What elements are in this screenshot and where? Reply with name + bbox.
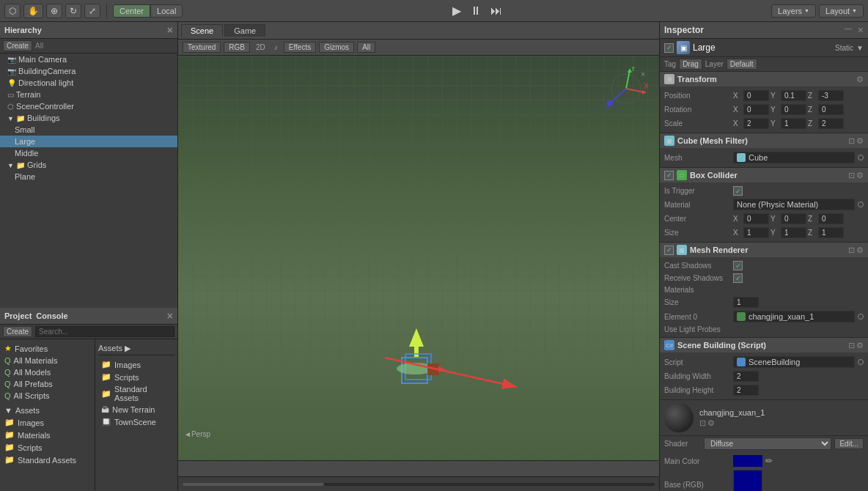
hierarchy-item-large[interactable]: Large (0, 136, 177, 147)
rot-y-field[interactable] (781, 104, 806, 115)
skip-button[interactable]: ⏭ (488, 3, 505, 19)
assets-scripts-item[interactable]: 📁 Scripts (0, 441, 95, 454)
base-texture-swatch[interactable] (733, 470, 762, 491)
pause-button[interactable]: ⏸ (467, 3, 485, 19)
assets-images-item[interactable]: 📁 Images (0, 416, 95, 429)
hand-tool-btn[interactable]: ✋ (23, 4, 43, 18)
pos-y-field[interactable] (781, 90, 806, 101)
project-close-btn[interactable]: × (167, 310, 173, 322)
local-toggle[interactable]: Local (150, 4, 183, 18)
hierarchy-item-buildings[interactable]: ▼📁 Buildings (0, 112, 177, 124)
mesh-renderer-enabled[interactable] (664, 246, 674, 255)
audio-btn[interactable]: ♪ (271, 43, 281, 52)
mesh-filter-settings-icon[interactable]: ⚙ (856, 136, 864, 146)
project-file-standard[interactable]: 📁 Standard Assets (98, 383, 174, 404)
element0-dot[interactable] (858, 314, 864, 320)
scale-tool-btn[interactable]: ⤢ (84, 4, 100, 18)
mesh-filter-ref-icon[interactable]: ⊡ (848, 136, 855, 146)
collider-material-dot[interactable] (858, 202, 864, 207)
layout-dropdown[interactable]: Layout (819, 4, 864, 18)
inspector-minimize-icon[interactable]: — (845, 24, 852, 36)
box-collider-enabled[interactable] (664, 171, 674, 180)
shader-dropdown[interactable]: Diffuse (704, 438, 831, 450)
hierarchy-item-small[interactable]: Small (0, 124, 177, 136)
project-file-town[interactable]: 🔲 TownScene (98, 416, 174, 428)
all-models-item[interactable]: Q All Models (0, 366, 95, 378)
hierarchy-item-grids[interactable]: ▼📁 Grids (0, 159, 177, 171)
color-picker-icon[interactable]: ✏ (765, 456, 773, 466)
csize-y-field[interactable] (781, 227, 806, 238)
object-enabled-checkbox[interactable] (664, 43, 674, 53)
layers-dropdown[interactable]: Layers (771, 4, 816, 18)
play-button[interactable]: ▶ (449, 2, 464, 19)
hierarchy-item-plane[interactable]: Plane (0, 171, 177, 182)
unity-logo-btn[interactable]: ⬡ (4, 4, 21, 18)
scroll-track[interactable] (183, 483, 655, 486)
center-y-field[interactable] (781, 213, 806, 224)
inspector-close-btn[interactable]: × (858, 24, 864, 36)
script-dot[interactable] (858, 359, 864, 365)
pos-x-field[interactable] (743, 90, 769, 101)
main-color-swatch[interactable] (733, 455, 762, 467)
box-collider-header[interactable]: □ Box Collider ⊡ ⚙ (660, 168, 868, 182)
receive-shadows-checkbox[interactable] (733, 273, 743, 283)
building-height-field[interactable] (733, 385, 759, 396)
assets-standard-item[interactable]: 📁 Standard Assets (0, 454, 95, 466)
project-file-images[interactable]: 📁 Images (98, 358, 174, 371)
scene-gizmo[interactable]: Y X Z × (604, 67, 648, 111)
hierarchy-item-middle[interactable]: Middle (0, 147, 177, 159)
textured-dropdown[interactable]: Textured (183, 42, 221, 53)
project-file-scripts[interactable]: 📁 Scripts (98, 371, 174, 383)
center-x-field[interactable] (743, 213, 769, 224)
scale-y-field[interactable] (781, 118, 806, 129)
hierarchy-create-btn[interactable]: Create (3, 40, 32, 51)
hierarchy-item-scene-controller[interactable]: ⬡ SceneController (0, 100, 177, 112)
is-trigger-checkbox[interactable] (733, 186, 743, 196)
hierarchy-close-btn[interactable]: × (167, 24, 173, 36)
scale-z-field[interactable] (818, 118, 844, 129)
material-ref-icon[interactable]: ⊡ (699, 418, 706, 428)
mat-size-field[interactable] (733, 297, 759, 308)
csize-z-field[interactable] (818, 227, 844, 238)
transform-header[interactable]: ⊞ Transform ⚙ (660, 72, 868, 86)
game-tab[interactable]: Game (224, 24, 265, 37)
building-width-field[interactable] (733, 371, 759, 382)
viewport[interactable]: Y X Z × ◄Persp (178, 56, 659, 460)
gizmos-dropdown[interactable]: Gizmos (319, 42, 354, 53)
box-collider-ref-icon[interactable]: ⊡ (848, 171, 855, 180)
inspector-tab-label[interactable]: Inspector (664, 25, 704, 35)
mesh-renderer-settings-icon[interactable]: ⚙ (856, 246, 864, 255)
csize-x-field[interactable] (743, 227, 769, 238)
project-create-btn[interactable]: Create (3, 326, 32, 337)
scene-building-ref-icon[interactable]: ⊡ (848, 341, 855, 350)
hierarchy-item-terrain[interactable]: ▭ Terrain (0, 89, 177, 100)
tag-dropdown[interactable]: Drag (679, 59, 702, 70)
layer-dropdown[interactable]: Default (727, 59, 757, 70)
hierarchy-item-building-camera[interactable]: 📷 BuildingCamera (0, 65, 177, 77)
scene-building-header[interactable]: C# Scene Building (Script) ⊡ ⚙ (660, 338, 868, 352)
static-dropdown-arrow[interactable]: ▼ (856, 44, 864, 52)
hierarchy-item-directional-light[interactable]: 💡 Directional light (0, 77, 177, 89)
scroll-thumb[interactable] (183, 483, 324, 486)
rot-x-field[interactable] (743, 104, 769, 115)
mesh-filter-header[interactable]: ▦ Cube (Mesh Filter) ⊡ ⚙ (660, 133, 868, 148)
mesh-renderer-header[interactable]: ▦ Mesh Renderer ⊡ ⚙ (660, 243, 868, 257)
center-z-field[interactable] (818, 213, 844, 224)
hierarchy-tab-label[interactable]: Hierarchy (4, 26, 42, 34)
all-scripts-item[interactable]: Q All Scripts (0, 390, 95, 402)
all-materials-item[interactable]: Q All Materials (0, 355, 95, 366)
assets-materials-item[interactable]: 📁 Materials (0, 429, 95, 441)
rotate-tool-btn[interactable]: ↻ (65, 4, 81, 18)
all-prefabs-item[interactable]: Q All Prefabs (0, 378, 95, 390)
mesh-renderer-ref-icon[interactable]: ⊡ (848, 246, 855, 255)
scene-tab[interactable]: Scene (181, 24, 223, 37)
pos-z-field[interactable] (818, 90, 844, 101)
rgb-dropdown[interactable]: RGB (224, 42, 250, 53)
project-file-terrain[interactable]: 🏔 New Terrain (98, 404, 174, 416)
cast-shadows-checkbox[interactable] (733, 261, 743, 270)
project-search-input[interactable] (35, 326, 174, 337)
object-name-field[interactable]: Large (693, 43, 832, 53)
project-tab[interactable]: Project (4, 311, 32, 320)
rot-z-field[interactable] (818, 104, 844, 115)
hierarchy-item-main-camera[interactable]: 📷 Main Camera (0, 53, 177, 65)
